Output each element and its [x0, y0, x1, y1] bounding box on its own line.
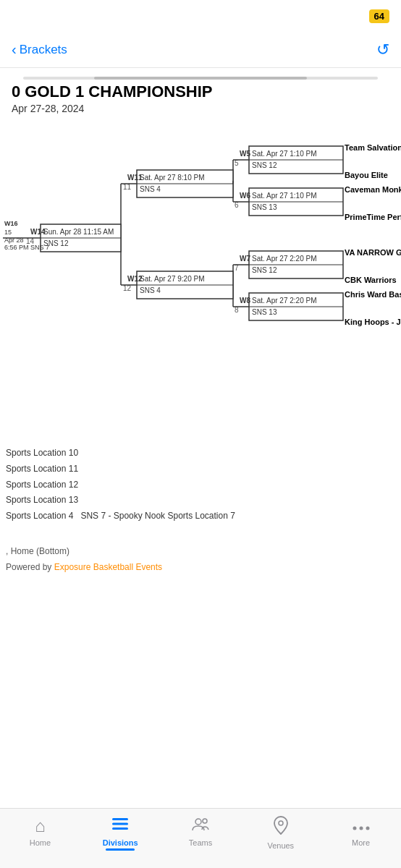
- svg-point-76: [359, 827, 363, 830]
- battery-indicator: 64: [369, 9, 389, 23]
- status-bar: 64: [0, 0, 401, 32]
- svg-text:VA NARROW GATE: VA NARROW GATE: [345, 248, 401, 257]
- page-title: 0 GOLD 1 CHAMPIONSHIP: [12, 82, 389, 101]
- tab-venues-label: Venues: [267, 841, 294, 850]
- svg-text:W8: W8: [240, 297, 250, 305]
- svg-point-77: [366, 827, 369, 830]
- svg-text:Chris Ward Basketball Green: Chris Ward Basketball Green: [345, 290, 401, 299]
- tab-divisions[interactable]: Divisions: [98, 816, 142, 851]
- svg-text:Sat. Apr 27 9:20 PM: Sat. Apr 27 9:20 PM: [140, 275, 205, 283]
- location-item: Sports Location 12: [6, 477, 395, 493]
- page-header: 0 GOLD 1 CHAMPIONSHIP Apr 27-28, 2024: [0, 68, 401, 119]
- svg-text:6:56 PM SNS 7: 6:56 PM SNS 7: [4, 244, 49, 251]
- svg-text:SNS 4: SNS 4: [140, 286, 161, 294]
- back-label: Brackets: [20, 43, 67, 57]
- svg-rect-71: [112, 827, 128, 830]
- svg-text:W14: W14: [30, 228, 46, 236]
- svg-text:CBK Warriors: CBK Warriors: [345, 276, 397, 284]
- location-item: Sports Location 13: [6, 493, 395, 509]
- legend-text: , Home (Bottom): [6, 546, 69, 556]
- tab-more[interactable]: More: [339, 816, 383, 847]
- svg-text:SNS 4: SNS 4: [140, 185, 161, 193]
- location-item: Sports Location 11: [6, 461, 395, 477]
- svg-text:W12: W12: [127, 275, 143, 283]
- svg-text:Sat. Apr 27 1:10 PM: Sat. Apr 27 1:10 PM: [252, 150, 317, 158]
- svg-point-74: [279, 821, 283, 825]
- page-subtitle: Apr 27-28, 2024: [12, 103, 389, 114]
- tab-bar: ⌂ Home Divisions Teams: [0, 808, 401, 868]
- svg-text:SNS 13: SNS 13: [252, 203, 277, 211]
- tab-more-label: More: [352, 838, 370, 847]
- svg-text:Sat. Apr 27 2:20 PM: Sat. Apr 27 2:20 PM: [252, 255, 317, 263]
- svg-point-75: [353, 827, 356, 830]
- svg-text:Caveman Monk: Caveman Monk: [345, 185, 401, 194]
- bracket-legend: , Home (Bottom) Powered by Exposure Bask…: [0, 527, 401, 576]
- svg-text:SNS 12: SNS 12: [252, 266, 277, 274]
- svg-text:Sat. Apr 27 1:10 PM: Sat. Apr 27 1:10 PM: [252, 192, 317, 200]
- divisions-icon: [111, 816, 130, 836]
- location-item: Sports Location 10: [6, 446, 395, 461]
- svg-rect-69: [112, 818, 128, 820]
- svg-text:Sat. Apr 27 8:10 PM: Sat. Apr 27 8:10 PM: [140, 174, 205, 182]
- tab-home-label: Home: [30, 838, 51, 847]
- svg-text:Team Salvation: Team Salvation: [345, 143, 401, 152]
- svg-text:Bayou Elite: Bayou Elite: [345, 171, 388, 179]
- svg-text:Sat. Apr 27 2:20 PM: Sat. Apr 27 2:20 PM: [252, 297, 317, 305]
- bracket-svg: Sat. Apr 27 1:10 PM SNS 12 W5 5 Team Sal…: [3, 124, 401, 435]
- svg-text:Sun. Apr 28 11:15 AM: Sun. Apr 28 11:15 AM: [43, 228, 114, 236]
- svg-text:W11: W11: [127, 174, 143, 182]
- exposure-link[interactable]: Exposure Basketball Events: [54, 562, 162, 572]
- tab-teams[interactable]: Teams: [179, 816, 222, 847]
- active-indicator: [106, 848, 135, 851]
- svg-text:W6: W6: [240, 192, 250, 200]
- svg-text:PrimeTime Performance: PrimeTime Performance: [345, 213, 401, 221]
- more-icon: [352, 816, 371, 836]
- refresh-button[interactable]: ↺: [376, 41, 389, 59]
- svg-rect-70: [112, 823, 128, 825]
- svg-text:W16: W16: [4, 220, 18, 227]
- navigation-bar: ‹ Brackets ↺: [0, 32, 401, 68]
- back-button[interactable]: ‹ Brackets: [12, 41, 67, 58]
- svg-text:W5: W5: [240, 150, 250, 158]
- location-legend: Sports Location 10 Sports Location 11 Sp…: [0, 441, 401, 527]
- svg-text:15: 15: [4, 229, 12, 236]
- svg-text:SNS 13: SNS 13: [252, 308, 277, 316]
- tab-venues[interactable]: Venues: [259, 816, 303, 850]
- svg-text:King Hoops - Josh: King Hoops - Josh: [345, 318, 401, 326]
- svg-text:W7: W7: [240, 255, 250, 263]
- chevron-left-icon: ‹: [12, 41, 17, 58]
- svg-point-73: [203, 819, 207, 823]
- bracket-container[interactable]: Sat. Apr 27 1:10 PM SNS 12 W5 5 Team Sal…: [0, 119, 401, 441]
- svg-point-72: [195, 819, 201, 825]
- location-item: Sports Location 4 SNS 7 - Spooky Nook Sp…: [6, 509, 395, 524]
- svg-text:SNS 12: SNS 12: [252, 161, 277, 169]
- powered-by-label: Powered by: [6, 562, 54, 572]
- tab-teams-label: Teams: [189, 838, 212, 847]
- home-icon: ⌂: [35, 816, 46, 836]
- venues-icon: [273, 816, 289, 839]
- tab-divisions-label: Divisions: [103, 838, 138, 847]
- teams-icon: [191, 816, 210, 836]
- tab-home[interactable]: ⌂ Home: [18, 816, 62, 847]
